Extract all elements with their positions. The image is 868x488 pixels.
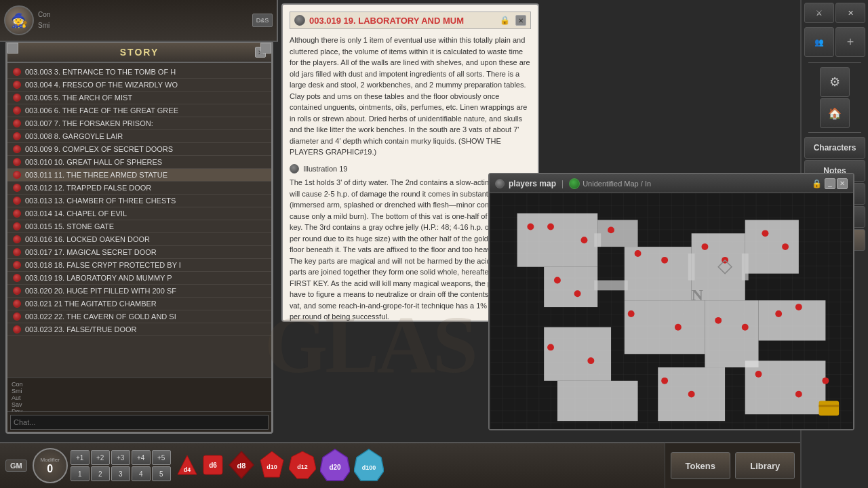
story-dot — [13, 132, 21, 140]
plus3-btn[interactable]: +3 — [111, 450, 130, 465]
svg-rect-7 — [625, 300, 705, 354]
story-dot — [13, 106, 21, 115]
svg-text:d20: d20 — [329, 464, 341, 471]
story-item-text: 003.018 18. FALSE CRYPT PROTECTED BY I — [25, 261, 181, 269]
story-item-text: 003.019 19. LABORATORY AND MUMMY P — [25, 274, 172, 282]
svg-rect-16 — [688, 253, 695, 281]
story-text-close-btn[interactable]: ✕ — [515, 15, 526, 26]
svg-rect-8 — [705, 300, 758, 367]
story-item-003022[interactable]: 003.022 22. THE CAVERN OF GOLD AND SI — [7, 310, 271, 323]
story-item-003003[interactable]: 003.003 3. ENTRANCE TO THE TOMB OF H — [7, 66, 271, 79]
gm-badge: GM — [5, 460, 27, 472]
home-icon[interactable]: 🏠 — [820, 98, 850, 128]
story-item-003018[interactable]: 003.018 18. FALSE CRYPT PROTECTED BY I — [7, 259, 271, 272]
val3-btn[interactable]: 3 — [111, 466, 130, 481]
bottom-right-panel: Tokens Library — [665, 442, 800, 488]
story-item-003015[interactable]: 003.015 15. STONE GATE — [7, 220, 271, 233]
svg-point-26 — [762, 230, 768, 237]
story-text-title: 003.019 19. LABORATORY AND MUM — [309, 16, 494, 26]
story-item-003019[interactable]: 003.019 19. LABORATORY AND MUMMY P — [7, 272, 271, 285]
characters-icon[interactable]: 👥 — [804, 27, 834, 57]
plus5-btn[interactable]: +5 — [152, 450, 171, 465]
story-item-text: 003.009 9. COMPLEX OF SECRET DOORS — [25, 145, 173, 153]
d20-die[interactable]: d20 — [320, 448, 350, 484]
svg-rect-45 — [819, 401, 840, 415]
add-icon[interactable]: + — [835, 27, 865, 57]
modifier-label: Modifier — [41, 457, 60, 463]
story-item-003023[interactable]: 003.023 23. FALSE/TRUE DOOR — [7, 323, 271, 336]
story-item-003021[interactable]: 003.021 21 THE AGITATED CHAMBER — [7, 298, 271, 310]
story-item-003017[interactable]: 003.017 17. MAGICAL SECRET DOOR — [7, 246, 271, 259]
library-btn[interactable]: Library — [735, 452, 795, 479]
map-content[interactable]: N — [490, 193, 853, 429]
svg-rect-46 — [819, 405, 840, 407]
toolbar-icon-2[interactable]: ✕ — [835, 3, 865, 23]
svg-rect-17 — [742, 253, 749, 281]
d100-die[interactable]: d100 — [354, 448, 384, 484]
chat-input[interactable] — [10, 415, 269, 430]
svg-text:d8: d8 — [237, 462, 245, 470]
d6-die[interactable]: d6 — [202, 454, 224, 478]
svg-point-37 — [587, 357, 594, 364]
tokens-btn[interactable]: Tokens — [671, 452, 730, 479]
story-item-003005[interactable]: 003.005 5. THE ARCH OF MIST — [7, 92, 271, 104]
d100-group: d100 — [354, 448, 384, 484]
story-item-003020[interactable]: 003.020 20. HUGE PIT FILLED WITH 200 SF — [7, 285, 271, 298]
toolbar-icon-1[interactable]: ⚔ — [804, 3, 834, 23]
story-item-003014[interactable]: 003.014 14. CHAPEL OF EVIL — [7, 207, 271, 220]
story-item-text: 003.016 16. LOCKED OAKEN DOOR — [25, 235, 150, 243]
left-top-bar: 🧙 ConSmi D&S — [0, 0, 278, 42]
map-lock: 🔒 — [812, 179, 822, 188]
svg-point-39 — [688, 391, 695, 398]
story-item-003008[interactable]: 003.008 8. GARGOYLE LAIR — [7, 130, 271, 143]
svg-point-41 — [795, 391, 802, 398]
plus1-btn[interactable]: +1 — [71, 450, 90, 465]
top-btn-1[interactable]: D&S — [252, 14, 273, 27]
val2-btn[interactable]: 2 — [91, 466, 110, 481]
svg-point-20 — [581, 237, 588, 243]
story-text-header: 003.019 19. LABORATORY AND MUM 🔒 ✕ — [290, 12, 531, 29]
story-dot — [13, 81, 21, 89]
story-item-003012[interactable]: 003.012 12. TRAPPED FALSE DOOR — [7, 182, 271, 195]
story-item-text: 003.003 3. ENTRANCE TO THE TOMB OF H — [25, 68, 176, 76]
svg-rect-10 — [759, 300, 826, 340]
val5-btn[interactable]: 5 — [152, 466, 171, 481]
d4-die[interactable]: d4 — [176, 454, 198, 478]
story-item-003013[interactable]: 003.013 13. CHAMBER OF THREE CHESTS — [7, 195, 271, 207]
story-dot — [13, 235, 21, 243]
story-item-003009[interactable]: 003.009 9. COMPLEX OF SECRET DOORS — [7, 143, 271, 156]
story-item-003004[interactable]: 003.004 4. FRESCO OF THE WIZARDLY WO — [7, 79, 271, 92]
story-dot — [13, 197, 21, 205]
val4-btn[interactable]: 4 — [132, 466, 151, 481]
svg-point-36 — [547, 344, 554, 350]
gear-icon[interactable]: ⚙ — [820, 67, 850, 97]
story-lock-icon: 🔒 — [500, 16, 510, 25]
plus4-btn[interactable]: +4 — [132, 450, 151, 465]
d12-die[interactable]: d12 — [289, 450, 316, 482]
map-minimize-btn[interactable]: _ — [825, 178, 835, 189]
story-item-text: 003.006 6. THE FACE OF THE GREAT GREE — [25, 106, 178, 115]
d12-group: d12 — [289, 450, 316, 482]
story-item-003016[interactable]: 003.016 16. LOCKED OAKEN DOOR — [7, 233, 271, 246]
characters-btn[interactable]: Characters — [804, 137, 865, 159]
svg-point-31 — [675, 324, 682, 331]
val1-btn[interactable]: 1 — [71, 466, 90, 481]
story-dot — [13, 325, 21, 333]
story-dot — [13, 261, 21, 269]
top-bar-info: ConSmi — [38, 9, 248, 31]
d10-die[interactable]: d10 — [259, 450, 285, 482]
map-close-btn[interactable]: ✕ — [837, 178, 848, 189]
story-item-003007[interactable]: 003.007 7. THE FORSAKEN PRISON: — [7, 117, 271, 130]
story-list[interactable]: 003.003 3. ENTRANCE TO THE TOMB OF H 003… — [7, 63, 271, 384]
story-item-003010[interactable]: 003.010 10. GREAT HALL OF SPHERES — [7, 156, 271, 169]
svg-text:d10: d10 — [267, 464, 277, 470]
svg-text:d100: d100 — [361, 464, 376, 471]
modifier-btn[interactable]: Modifier 0 — [33, 448, 68, 483]
story-item-text: 003.010 10. GREAT HALL OF SPHERES — [25, 158, 162, 166]
story-item-003011[interactable]: 003.011 11. THE THREE ARMED STATUE — [7, 169, 271, 182]
story-item-003006[interactable]: 003.006 6. THE FACE OF THE GREAT GREE — [7, 104, 271, 117]
plus2-btn[interactable]: +2 — [91, 450, 110, 465]
story-dot — [13, 312, 21, 321]
story-dot — [13, 119, 21, 127]
d8-die[interactable]: d8 — [228, 450, 255, 482]
